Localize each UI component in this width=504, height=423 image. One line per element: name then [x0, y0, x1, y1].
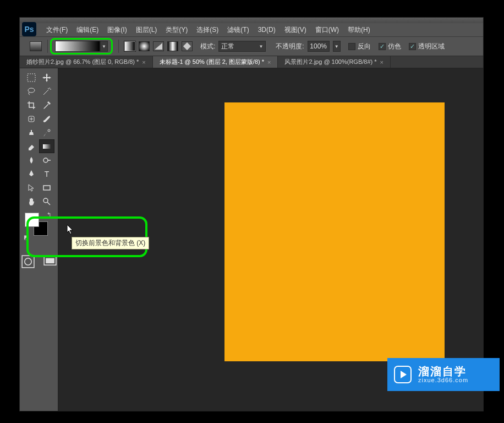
tooltip: 切换前景色和背景色 (X) [72, 237, 149, 250]
transparency-check[interactable]: 透明区域 [409, 42, 445, 51]
tool-preset-icon[interactable] [30, 41, 42, 51]
swap-colors-icon[interactable]: ↰ [47, 212, 51, 218]
gradient-type-reflected[interactable] [167, 41, 178, 51]
document-tab[interactable]: 婚纱照片2.jpg @ 66.7% (图层 0, RGB/8) *× [20, 56, 153, 68]
watermark-url: zixue.3d66.com [418, 377, 468, 383]
foreground-color[interactable] [25, 213, 39, 227]
canvas[interactable] [224, 102, 445, 361]
tab-label: 婚纱照片2.jpg @ 66.7% (图层 0, RGB/8) * [26, 58, 139, 66]
pen-tool[interactable] [24, 167, 39, 181]
tab-label: 未标题-1 @ 50% (图层 2, 图层蒙版/8) * [160, 58, 264, 66]
mode-select[interactable]: 正常 ▼ [218, 41, 266, 52]
separator [118, 40, 119, 53]
healing-brush-tool[interactable] [24, 112, 39, 126]
gradient-type-linear[interactable] [124, 41, 135, 51]
magic-wand-tool[interactable] [39, 84, 54, 98]
separator [47, 40, 48, 53]
blur-tool[interactable] [24, 153, 39, 167]
lasso-tool[interactable] [24, 84, 39, 98]
svg-point-4 [48, 129, 50, 132]
menu-3d[interactable]: 3D(D) [254, 24, 280, 35]
mode-value: 正常 [221, 42, 234, 51]
gradient-type-diamond[interactable] [182, 41, 193, 51]
history-brush-tool[interactable] [39, 126, 54, 139]
type-tool[interactable]: T [39, 167, 54, 181]
zoom-tool[interactable] [39, 194, 54, 208]
quick-mask-icon[interactable] [20, 254, 36, 268]
svg-point-11 [24, 258, 31, 264]
play-icon [394, 366, 412, 383]
menu-layer[interactable]: 图层(L) [132, 24, 162, 36]
menu-bar: Ps 文件(F) 编辑(E) 图像(I) 图层(L) 类型(Y) 选择(S) 滤… [20, 23, 483, 36]
clone-stamp-tool[interactable] [24, 126, 39, 139]
dither-check[interactable]: 仿色 [379, 42, 401, 51]
document-tabs: 婚纱照片2.jpg @ 66.7% (图层 0, RGB/8) *× 未标题-1… [20, 56, 483, 68]
opacity-dropdown[interactable]: ▼ [333, 41, 341, 52]
tool-panel: T ↰ ◩ [20, 68, 58, 411]
gradient-tool[interactable] [39, 139, 54, 153]
menu-file[interactable]: 文件(F) [42, 24, 72, 36]
path-selection-tool[interactable] [24, 181, 39, 194]
gradient-type-angle[interactable] [153, 41, 164, 51]
crop-tool[interactable] [24, 98, 39, 112]
options-bar: ▼ 模式: 正常 ▼ 不透明度: 100% ▼ 反向 仿色 透明区域 [20, 36, 483, 56]
dodge-tool[interactable] [39, 153, 54, 167]
menu-image[interactable]: 图像(I) [103, 24, 131, 36]
close-icon[interactable]: × [142, 59, 145, 66]
chevron-down-icon: ▼ [259, 44, 263, 49]
screen-mode-icon[interactable] [42, 254, 58, 268]
move-tool[interactable] [39, 70, 54, 84]
menu-view[interactable]: 视图(V) [280, 24, 311, 36]
tab-label: 风景图片2.jpg @ 100%(RGB/8#) * [284, 58, 376, 66]
svg-rect-0 [183, 42, 191, 50]
document-tab[interactable]: 风景图片2.jpg @ 100%(RGB/8#) *× [278, 56, 391, 68]
svg-rect-5 [43, 144, 51, 149]
checkbox-icon [409, 43, 416, 50]
hand-tool[interactable] [24, 194, 39, 208]
menu-edit[interactable]: 编辑(E) [72, 24, 103, 36]
watermark: 溜溜自学 zixue.3d66.com [387, 358, 500, 391]
checkbox-icon [348, 43, 355, 50]
reverse-check[interactable]: 反向 [348, 42, 371, 51]
svg-text:T: T [44, 170, 49, 178]
brush-tool[interactable] [39, 112, 54, 126]
svg-rect-8 [43, 186, 50, 190]
opacity-label: 不透明度: [276, 42, 304, 51]
svg-rect-13 [46, 258, 54, 263]
color-swatches: ↰ ◩ [24, 212, 54, 242]
gradient-preview[interactable] [55, 41, 100, 52]
menu-filter[interactable]: 滤镜(T) [223, 24, 253, 36]
cursor-icon [67, 224, 75, 238]
ps-logo: Ps [22, 22, 36, 36]
opacity-input[interactable]: 100% [308, 41, 330, 52]
watermark-text: 溜溜自学 zixue.3d66.com [418, 366, 468, 383]
eraser-tool[interactable] [24, 139, 39, 153]
photoshop-window: Ps 文件(F) 编辑(E) 图像(I) 图层(L) 类型(Y) 选择(S) 滤… [19, 17, 484, 411]
menu-help[interactable]: 帮助(H) [343, 24, 375, 36]
eyedropper-tool[interactable] [39, 98, 54, 112]
marquee-tool[interactable] [24, 70, 39, 84]
checkbox-icon [379, 43, 386, 50]
mode-label: 模式: [200, 42, 215, 51]
document-tab[interactable]: 未标题-1 @ 50% (图层 2, 图层蒙版/8) *× [153, 56, 278, 68]
svg-rect-10 [22, 256, 34, 268]
close-icon[interactable]: × [267, 59, 271, 66]
watermark-brand: 溜溜自学 [418, 366, 468, 377]
title-bar [20, 18, 483, 23]
transparency-label: 透明区域 [418, 42, 445, 51]
menu-window[interactable]: 窗口(W) [311, 24, 343, 36]
reverse-label: 反向 [358, 42, 371, 51]
tool-grid: T [24, 70, 54, 208]
gradient-picker-highlight: ▼ [50, 38, 113, 55]
rectangle-tool[interactable] [39, 181, 54, 194]
menu-type[interactable]: 类型(Y) [161, 24, 192, 36]
svg-point-2 [28, 88, 35, 93]
dither-label: 仿色 [388, 42, 401, 51]
gradient-type-radial[interactable] [139, 41, 150, 51]
menu-select[interactable]: 选择(S) [192, 24, 223, 36]
default-colors-icon[interactable]: ◩ [24, 234, 29, 240]
gradient-dropdown[interactable]: ▼ [100, 41, 108, 52]
svg-point-9 [43, 198, 48, 203]
close-icon[interactable]: × [380, 59, 384, 66]
svg-point-6 [43, 158, 48, 162]
